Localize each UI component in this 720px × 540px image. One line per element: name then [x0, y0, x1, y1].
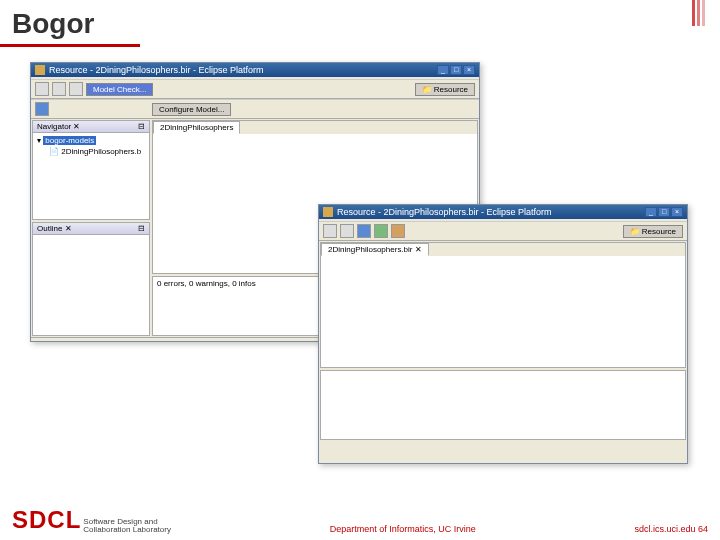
app-icon — [35, 65, 45, 75]
footer-department: Department of Informatics, UC Irvine — [171, 524, 635, 534]
close-icon[interactable]: × — [463, 65, 475, 75]
model-check-button[interactable]: Model Check... — [86, 83, 153, 96]
project-node[interactable]: ▾ bogor-models — [37, 135, 145, 146]
navigator-pane: Navigator ✕⊟ ▾ bogor-models 📄 2DiningPhi… — [32, 120, 150, 220]
close-icon[interactable]: ⊟ — [138, 122, 145, 131]
tool-icon[interactable] — [35, 102, 49, 116]
toolbar: Model Check... 📁 Resource — [31, 79, 479, 99]
toolbar: 📁 Resource — [319, 221, 687, 241]
footer: SDCL Software Design andCollaboration La… — [0, 506, 720, 534]
navigator-title: Navigator ✕ — [37, 122, 80, 131]
save-icon[interactable] — [52, 82, 66, 96]
maximize-icon[interactable]: □ — [658, 207, 670, 217]
app-icon — [323, 207, 333, 217]
titlebar[interactable]: Resource - 2DiningPhilosophers.bir - Ecl… — [319, 205, 687, 219]
configure-model-button[interactable]: Configure Model... — [152, 103, 231, 116]
decorative-bars — [692, 0, 705, 26]
code-area[interactable] — [321, 256, 685, 262]
maximize-icon[interactable]: □ — [450, 65, 462, 75]
toolbar-2: Configure Model... — [31, 99, 479, 119]
editor-tab[interactable]: 2DiningPhilosophers — [153, 121, 240, 134]
eclipse-window-2: Resource - 2DiningPhilosophers.bir - Ecl… — [318, 204, 688, 464]
tool-icon[interactable] — [357, 224, 371, 238]
outline-title: Outline ✕ — [37, 224, 72, 233]
window-title: Resource - 2DiningPhilosophers.bir - Ecl… — [49, 65, 264, 75]
print-icon[interactable] — [69, 82, 83, 96]
file-node[interactable]: 📄 2DiningPhilosophers.b — [37, 146, 145, 157]
title-underline — [0, 44, 140, 47]
minimize-icon[interactable]: _ — [645, 207, 657, 217]
brand-subtitle: Software Design andCollaboration Laborat… — [83, 518, 171, 534]
brand-logo: SDCL — [12, 506, 81, 534]
perspective-button[interactable]: 📁 Resource — [623, 225, 683, 238]
save-icon[interactable] — [340, 224, 354, 238]
minimize-icon[interactable]: _ — [437, 65, 449, 75]
titlebar[interactable]: Resource - 2DiningPhilosophers.bir - Ecl… — [31, 63, 479, 77]
run-icon[interactable] — [374, 224, 388, 238]
new-icon[interactable] — [323, 224, 337, 238]
perspective-button[interactable]: 📁 Resource — [415, 83, 475, 96]
slide-title: Bogor — [0, 0, 720, 44]
footer-pagenum: sdcl.ics.uci.edu 64 — [634, 524, 708, 534]
editor-pane: 2DiningPhilosophers.bir ✕ — [320, 242, 686, 368]
bogor-status-pane — [320, 370, 686, 440]
close-icon[interactable]: ⊟ — [138, 224, 145, 233]
code-area[interactable] — [153, 134, 477, 140]
window-title: Resource - 2DiningPhilosophers.bir - Ecl… — [337, 207, 552, 217]
close-icon[interactable]: × — [671, 207, 683, 217]
editor-tab[interactable]: 2DiningPhilosophers.bir ✕ — [321, 243, 429, 256]
new-icon[interactable] — [35, 82, 49, 96]
outline-pane: Outline ✕⊟ — [32, 222, 150, 336]
debug-icon[interactable] — [391, 224, 405, 238]
